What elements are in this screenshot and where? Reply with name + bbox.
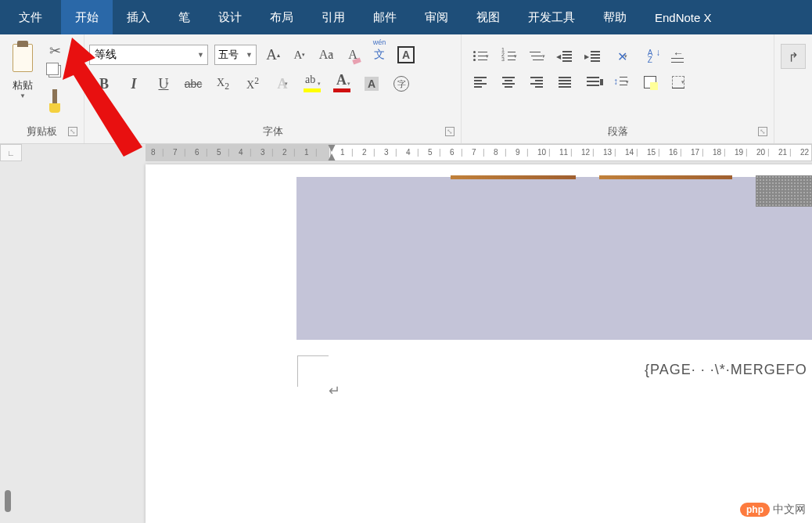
line-spacing-button[interactable]: ▾: [612, 72, 632, 92]
ruler-tick: 2: [282, 148, 287, 157]
document-page[interactable]: {PAGE· · ·\*·MERGEFO ↵: [146, 161, 812, 523]
ruler-tick: 18: [713, 148, 721, 157]
scrollbar-thumb[interactable]: [5, 490, 11, 512]
watermark: php 中文网: [740, 503, 806, 517]
menu-review[interactable]: 审阅: [411, 0, 462, 34]
text-effects-button[interactable]: A▾: [272, 74, 293, 94]
ruler-tick: 7: [472, 148, 476, 157]
sort-button[interactable]: AZ: [640, 46, 660, 67]
indent-right-icon: [586, 51, 602, 62]
ruler-tick: 6: [195, 148, 199, 157]
menu-layout[interactable]: 布局: [256, 0, 307, 34]
asian-layout-button[interactable]: ✕▾: [612, 46, 632, 67]
paragraph-group: ▾ ▾ ▾ ✕▾ AZ ▾ ▾ ▾ 段落 ⤡: [462, 34, 774, 143]
number-list-icon: [501, 50, 517, 63]
font-color-icon: A: [333, 75, 350, 92]
bold-button[interactable]: B: [94, 74, 114, 94]
grow-font-button[interactable]: A▴: [263, 45, 283, 65]
decrease-indent-button[interactable]: [555, 46, 576, 67]
copy-button[interactable]: [47, 64, 63, 78]
ruler-tick: 14: [625, 148, 634, 157]
character-shading-button[interactable]: A: [361, 74, 382, 94]
ruler-tick: 2: [362, 148, 367, 157]
clear-formatting-button[interactable]: A: [343, 45, 363, 65]
character-border-button[interactable]: A: [396, 45, 416, 65]
image-strip-3: [756, 175, 812, 207]
menu-design[interactable]: 设计: [204, 0, 256, 34]
strikethrough-button[interactable]: abc: [183, 74, 203, 94]
dropdown-icon: ▼: [197, 51, 204, 59]
ruler-tick: 5: [217, 148, 221, 157]
paste-label: 粘贴: [13, 78, 33, 92]
menu-insert[interactable]: 插入: [113, 0, 164, 34]
align-right-button[interactable]: [527, 72, 548, 92]
bullet-list-icon: [473, 50, 489, 63]
font-color-button[interactable]: A▾: [332, 74, 352, 94]
change-case-button[interactable]: Aa▾: [316, 45, 336, 65]
increase-indent-button[interactable]: [584, 46, 604, 67]
page-field-text: {PAGE· · ·\*·MERGEFO: [645, 362, 807, 378]
page-paper: {PAGE· · ·\*·MERGEFO ↵: [146, 164, 812, 523]
cut-button[interactable]: ✂: [47, 44, 63, 58]
menu-file[interactable]: 文件: [0, 0, 61, 34]
ruler-tick: 3: [260, 148, 265, 157]
show-marks-button[interactable]: [668, 46, 688, 67]
menu-references[interactable]: 引用: [307, 0, 359, 34]
font-name-value: 等线: [95, 48, 117, 62]
numbering-button[interactable]: ▾: [499, 46, 519, 67]
clipboard-expander-icon[interactable]: ⤡: [68, 127, 77, 136]
sort-icon: AZ: [648, 49, 653, 63]
subscript-button[interactable]: X2: [213, 74, 233, 94]
ruler-row: ∟ 8|7|6|5|4|3|2|1||1|2|3|4|5|6|7|8|9|10|…: [0, 144, 812, 161]
justify-icon: [559, 77, 573, 88]
underline-button[interactable]: U▾: [153, 74, 174, 94]
menu-devtools[interactable]: 开发工具: [514, 0, 589, 34]
font-name-select[interactable]: 等线 ▼: [89, 45, 208, 65]
shrink-font-button[interactable]: A▾: [289, 45, 310, 65]
font-expander-icon[interactable]: ⤡: [445, 127, 455, 136]
wen-char-icon: 文: [374, 48, 385, 62]
font-size-select[interactable]: 五号 ▼: [214, 45, 257, 65]
borders-button[interactable]: ▾: [668, 72, 688, 92]
highlight-icon: ab: [304, 75, 321, 92]
menu-endnote[interactable]: EndNote X: [641, 0, 726, 34]
ruler-corner[interactable]: ∟: [0, 144, 22, 161]
phonetic-guide-button[interactable]: wén文: [369, 45, 390, 65]
justify-button[interactable]: [555, 72, 576, 92]
align-center-button[interactable]: [499, 72, 519, 92]
ruler-tick: 1: [340, 148, 345, 157]
shading-button[interactable]: ▾: [640, 72, 660, 92]
menu-help[interactable]: 帮助: [589, 0, 641, 34]
ruler-tick: 21: [778, 148, 787, 157]
bullets-button[interactable]: ▾: [471, 46, 491, 67]
line-spacing-icon: [615, 76, 629, 88]
align-left-button[interactable]: [471, 72, 491, 92]
menu-view[interactable]: 视图: [462, 0, 514, 34]
editing-group: ↲: [774, 34, 812, 143]
ruler-tick: 11: [559, 148, 568, 157]
superscript-button[interactable]: X2: [243, 74, 263, 94]
shrink-font-icon: A: [294, 49, 303, 62]
pinyin-text: wén: [373, 38, 386, 46]
ruler-tick: 20: [756, 148, 765, 157]
highlight-button[interactable]: ab▾: [302, 74, 322, 94]
multilevel-list-button[interactable]: ▾: [527, 46, 548, 67]
menu-home[interactable]: 开始: [61, 0, 113, 34]
enclose-characters-button[interactable]: 字: [391, 74, 411, 94]
menu-mail[interactable]: 邮件: [359, 0, 411, 34]
image-strip-2: [599, 175, 732, 179]
ruler-tick: 6: [450, 148, 455, 157]
menu-pen[interactable]: 笔: [164, 0, 204, 34]
editing-icon: ↲: [789, 49, 799, 64]
italic-button[interactable]: I: [124, 74, 144, 94]
format-painter-button[interactable]: [47, 85, 63, 119]
ruler-tick: 4: [239, 148, 243, 157]
bold-icon: B: [99, 76, 109, 92]
ruler-tick: 12: [581, 148, 590, 157]
horizontal-ruler[interactable]: 8|7|6|5|4|3|2|1||1|2|3|4|5|6|7|8|9|10|11…: [146, 144, 812, 161]
editing-button[interactable]: ↲: [781, 44, 806, 69]
distributed-button[interactable]: [584, 72, 604, 92]
align-left-icon: [474, 77, 488, 88]
paragraph-expander-icon[interactable]: ⤡: [758, 127, 767, 136]
paste-button[interactable]: 粘贴 ▼: [5, 41, 41, 99]
